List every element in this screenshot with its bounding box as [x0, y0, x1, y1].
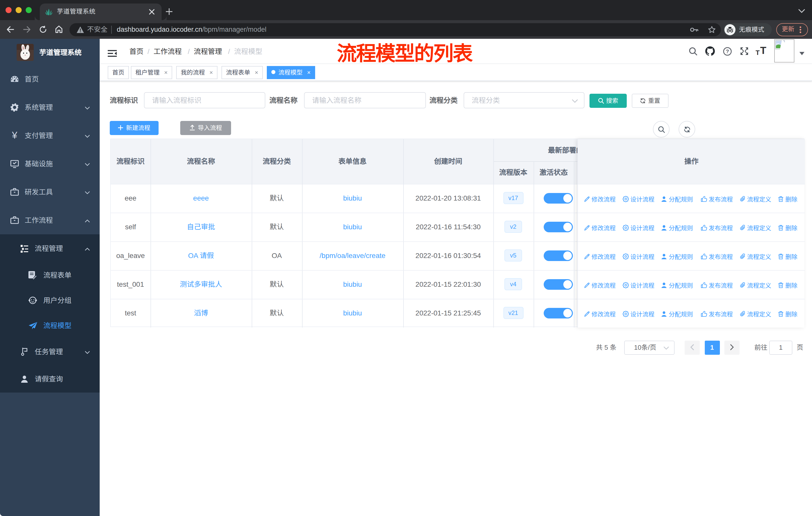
svg-text:?: ? — [726, 48, 729, 54]
